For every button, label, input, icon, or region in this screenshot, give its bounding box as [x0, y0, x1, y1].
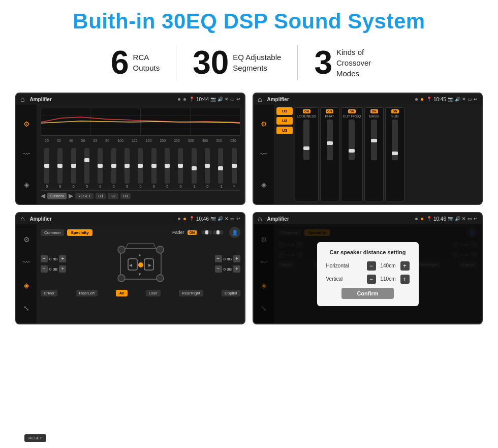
svg-text:▲: ▲	[138, 253, 142, 257]
u2-preset-btn[interactable]: U2	[276, 117, 293, 125]
eq-slider-6: 0	[124, 148, 130, 188]
speaker-icon[interactable]: ◈	[24, 181, 29, 189]
eq-slider-track-14[interactable]	[232, 148, 237, 184]
eq-slider-track-4[interactable]	[98, 148, 103, 184]
confirm-button[interactable]: Confirm	[341, 288, 393, 299]
eq-u2-btn[interactable]: U2	[108, 193, 118, 199]
phat-slider[interactable]	[327, 120, 333, 160]
home-icon[interactable]: ⌂	[20, 95, 24, 103]
speaker-icon-3[interactable]: ◈	[24, 281, 29, 289]
eq-u3-btn[interactable]: U3	[120, 193, 131, 199]
eq-slider-thumb-5[interactable]	[111, 164, 116, 168]
all-btn-3[interactable]: All	[116, 290, 127, 296]
cutfreq-thumb[interactable]	[349, 149, 355, 153]
db-plus-fl[interactable]: +	[59, 255, 66, 262]
eq-slider-thumb-9[interactable]	[165, 164, 170, 168]
eq-slider-thumb-12[interactable]	[205, 164, 210, 168]
speaker-icon-2[interactable]: ◈	[261, 181, 267, 189]
eq-slider-track-1[interactable]	[57, 148, 63, 184]
screen2-home-icon[interactable]: ⌂	[258, 95, 262, 103]
bass-slider[interactable]	[371, 120, 377, 160]
eq-slider-track-8[interactable]	[151, 148, 157, 184]
db-minus-rr[interactable]: −	[215, 265, 222, 273]
db-value-rl: 0 dB	[49, 267, 57, 272]
wave-icon-2[interactable]: 〰	[260, 150, 267, 158]
eq-slider-thumb-10[interactable]	[178, 164, 183, 168]
eq-slider-track-0[interactable]	[44, 148, 49, 184]
copilot-btn-3[interactable]: Copilot	[222, 290, 240, 296]
eq-slider-thumb-7[interactable]	[138, 164, 143, 168]
wave-icon-3[interactable]: 〰	[23, 258, 30, 266]
eq-slider-thumb-1[interactable]	[57, 164, 63, 168]
eq-slider-track-5[interactable]	[111, 148, 116, 184]
db-plus-rr[interactable]: +	[233, 265, 240, 273]
feature-text-rca: RCA Outputs	[133, 52, 160, 73]
eq-prev-btn[interactable]: ◀	[41, 192, 45, 199]
eq-icon[interactable]: ⚙	[23, 120, 30, 128]
sub-slider[interactable]	[392, 120, 398, 160]
eq-u1-btn[interactable]: U1	[96, 193, 106, 199]
wave-icon[interactable]: 〰	[23, 150, 30, 158]
db-control-rl: − 0 dB +	[41, 265, 66, 273]
eq-bottom-bar: ◀ Custom ▶ RESET U1 U2 U3	[41, 190, 240, 201]
driver-btn-3[interactable]: Driver	[41, 290, 57, 296]
volume-icon-2: 🔊	[455, 97, 460, 102]
u3-preset-btn[interactable]: U3	[276, 127, 293, 134]
expand-icon-3[interactable]: ⤡	[23, 304, 29, 312]
eq-slider-track-10[interactable]	[178, 148, 183, 184]
eq-slider-thumb-0[interactable]	[44, 164, 49, 168]
screen2-container: ⌂ Amplifier 📍 10:45 📷 🔊 ✕ ▭ ↩ ⚙ 〰	[253, 93, 483, 205]
db-minus-rl[interactable]: −	[41, 265, 48, 273]
rearleft-btn-3[interactable]: RearLeft	[76, 290, 98, 296]
tab-common-3[interactable]: Common	[41, 229, 64, 236]
eq-slider-track-13[interactable]	[218, 148, 223, 184]
screen3-home-icon[interactable]: ⌂	[20, 215, 24, 223]
db-plus-fr[interactable]: +	[233, 255, 240, 262]
eq-custom-btn[interactable]: Custom	[47, 193, 67, 199]
eq-slider-thumb-11[interactable]	[192, 166, 197, 170]
phat-thumb[interactable]	[327, 141, 333, 145]
camera-icon-4: 📷	[448, 216, 453, 221]
sub-thumb[interactable]	[392, 152, 398, 155]
eq-icon-2[interactable]: ⚙	[261, 120, 267, 128]
user-btn-3[interactable]: User	[146, 290, 161, 296]
screen1-body: ⚙ 〰 ◈	[16, 105, 244, 204]
eq-slider-track-3[interactable]	[84, 148, 89, 184]
svg-text:◀: ◀	[129, 263, 133, 267]
loudness-thumb[interactable]	[303, 146, 309, 150]
horizontal-minus-btn[interactable]: −	[367, 261, 376, 271]
db-plus-rl[interactable]: +	[59, 265, 66, 273]
eq-slider-thumb-4[interactable]	[98, 164, 103, 168]
vertical-minus-btn[interactable]: −	[367, 275, 376, 284]
eq-slider-thumb-13[interactable]	[218, 166, 223, 170]
loudness-slider[interactable]	[303, 120, 309, 160]
eq-reset-btn[interactable]: RESET	[75, 193, 94, 199]
bass-thumb[interactable]	[371, 139, 377, 142]
cutfreq-slider[interactable]	[349, 120, 355, 160]
eq-slider-track-12[interactable]	[205, 148, 210, 184]
eq-slider-track-2[interactable]	[71, 148, 76, 184]
eq-slider-thumb-3[interactable]	[84, 158, 89, 162]
eq-slider-thumb-2[interactable]	[71, 164, 76, 168]
eq-slider-4: 0	[98, 148, 103, 188]
screen4-home-icon[interactable]: ⌂	[258, 215, 262, 223]
eq-graph	[41, 108, 240, 136]
tab-specialty-3[interactable]: Specialty	[67, 229, 92, 236]
eq-slider-thumb-14[interactable]	[232, 164, 237, 168]
eq-slider-track-6[interactable]	[124, 148, 130, 184]
eq-slider-thumb-8[interactable]	[151, 164, 157, 168]
eq-icon-3[interactable]: ⚙	[23, 235, 30, 244]
rearright-btn-3[interactable]: RearRight	[179, 290, 203, 296]
screen4-dot2	[421, 218, 423, 220]
eq-slider-track-9[interactable]	[165, 148, 170, 184]
eq-slider-thumb-6[interactable]	[124, 164, 130, 168]
feature-text-crossover: Kinds of Crossover Modes	[336, 47, 387, 79]
db-minus-fr[interactable]: −	[215, 255, 222, 262]
vertical-plus-btn[interactable]: +	[400, 275, 410, 284]
eq-slider-track-11[interactable]	[192, 148, 197, 184]
eq-slider-track-7[interactable]	[138, 148, 143, 184]
horizontal-plus-btn[interactable]: +	[400, 261, 410, 271]
eq-next-btn[interactable]: ▶	[69, 192, 73, 199]
db-minus-fl[interactable]: −	[41, 255, 48, 262]
u1-preset-btn[interactable]: U1	[276, 107, 293, 115]
